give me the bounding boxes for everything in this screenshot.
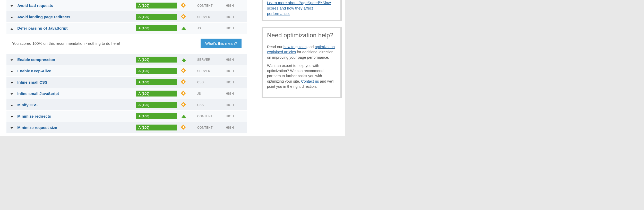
grade-badge: A (100) — [136, 25, 177, 31]
priority-diamond-icon — [181, 102, 186, 107]
priority-diamond-icon — [181, 125, 186, 130]
rule-name-link[interactable]: Minimize redirects — [17, 114, 51, 118]
grade-badge: A (100) — [136, 91, 177, 97]
rule-impact: HIGH — [224, 111, 247, 122]
rule-row[interactable]: Inline small CSSA (100)CSSHIGH — [6, 77, 247, 88]
rule-row[interactable]: Enable Keep-AliveA (100)SERVERHIGH — [6, 65, 247, 77]
rule-impact: HIGH — [224, 77, 247, 88]
rule-row[interactable]: Defer parsing of JavaScriptA (100)JSHIGH — [6, 23, 247, 34]
rule-impact: HIGH — [224, 88, 247, 99]
rule-type: CSS — [195, 99, 224, 111]
rule-expanded-panel: You scored 100% on this recommendation -… — [6, 34, 247, 54]
rule-impact: HIGH — [224, 23, 247, 34]
grade-badge: A (100) — [136, 125, 177, 130]
grade-badge: A (100) — [136, 57, 177, 63]
priority-up-icon — [182, 58, 186, 61]
rule-type: SERVER — [195, 65, 224, 77]
grade-badge: A (100) — [136, 68, 177, 74]
help-box-title: Need optimization help? — [267, 32, 336, 41]
expand-icon[interactable] — [11, 59, 13, 61]
rule-name-link[interactable]: Avoid landing page redirects — [17, 15, 70, 19]
priority-diamond-icon — [181, 3, 186, 8]
priority-up-icon — [182, 115, 186, 118]
rule-row[interactable]: Avoid bad requestsA (100)CONTENTHIGH — [6, 0, 247, 11]
rule-name-link[interactable]: Inline small CSS — [17, 80, 47, 84]
rule-impact: HIGH — [224, 11, 247, 23]
learn-more-box: Learn more about PageSpeed/YSlow scores … — [262, 0, 342, 21]
rule-type: CONTENT — [195, 122, 224, 133]
rule-impact: HIGH — [224, 122, 247, 133]
expand-icon[interactable] — [11, 127, 13, 129]
rule-name-link[interactable]: Enable compression — [17, 57, 55, 62]
priority-diamond-icon — [181, 91, 186, 96]
help-box-p1: Read our how to guides and optimization … — [267, 44, 336, 60]
rule-type: JS — [195, 88, 224, 99]
rule-name-link[interactable]: Minimize request size — [17, 125, 57, 130]
grade-badge: A (100) — [136, 113, 177, 119]
rule-impact: HIGH — [224, 65, 247, 77]
rule-type: CONTENT — [195, 111, 224, 122]
rule-row[interactable]: Minify CSSA (100)CSSHIGH — [6, 99, 247, 111]
expand-icon[interactable] — [11, 17, 13, 18]
expand-icon[interactable] — [11, 82, 13, 84]
rule-impact: HIGH — [224, 54, 247, 65]
grade-badge: A (100) — [136, 3, 177, 8]
rule-name-link[interactable]: Defer parsing of JavaScript — [17, 26, 67, 30]
expand-icon[interactable] — [11, 105, 13, 106]
priority-diamond-icon — [181, 14, 186, 19]
contact-us-link[interactable]: Contact us — [301, 79, 319, 83]
expand-icon[interactable] — [11, 116, 13, 118]
priority-diamond-icon — [181, 68, 186, 73]
help-box-p2: Want an expert to help you with optimiza… — [267, 63, 336, 89]
learn-more-link[interactable]: Learn more about PageSpeed/YSlow scores … — [267, 1, 331, 16]
optimization-help-box: Need optimization help? Read our how to … — [262, 27, 342, 98]
rule-row[interactable]: Enable compressionA (100)SERVERHIGH — [6, 54, 247, 65]
expand-icon[interactable] — [11, 5, 13, 7]
rule-row[interactable]: Avoid landing page redirectsA (100)SERVE… — [6, 11, 247, 23]
rule-impact: HIGH — [224, 99, 247, 111]
rule-name-link[interactable]: Inline small JavaScript — [17, 91, 59, 96]
rule-type: CONTENT — [195, 0, 224, 11]
expand-icon[interactable] — [11, 71, 13, 72]
rule-row[interactable]: Minimize request sizeA (100)CONTENTHIGH — [6, 122, 247, 133]
rule-type: SERVER — [195, 54, 224, 65]
rule-name-link[interactable]: Minify CSS — [17, 103, 37, 107]
collapse-icon[interactable] — [11, 28, 13, 30]
whats-this-mean-button[interactable]: What's this mean? — [201, 39, 242, 48]
rule-type: SERVER — [195, 11, 224, 23]
rule-row[interactable]: Minimize redirectsA (100)CONTENTHIGH — [6, 111, 247, 122]
how-to-guides-link[interactable]: how to guides — [284, 45, 306, 49]
rule-name-link[interactable]: Avoid bad requests — [17, 3, 53, 8]
priority-diamond-icon — [181, 79, 186, 84]
rule-type: CSS — [195, 77, 224, 88]
recommendations-table: Avoid bad requestsA (100)CONTENTHIGHAvoi… — [6, 0, 247, 133]
rule-impact: HIGH — [224, 0, 247, 11]
recommendation-score-text: You scored 100% on this recommendation -… — [12, 41, 120, 46]
grade-badge: A (100) — [136, 14, 177, 20]
expand-icon[interactable] — [11, 93, 13, 95]
grade-badge: A (100) — [136, 102, 177, 108]
priority-up-icon — [182, 27, 186, 30]
grade-badge: A (100) — [136, 79, 177, 85]
rule-name-link[interactable]: Enable Keep-Alive — [17, 69, 51, 73]
rule-type: JS — [195, 23, 224, 34]
rule-row[interactable]: Inline small JavaScriptA (100)JSHIGH — [6, 88, 247, 99]
